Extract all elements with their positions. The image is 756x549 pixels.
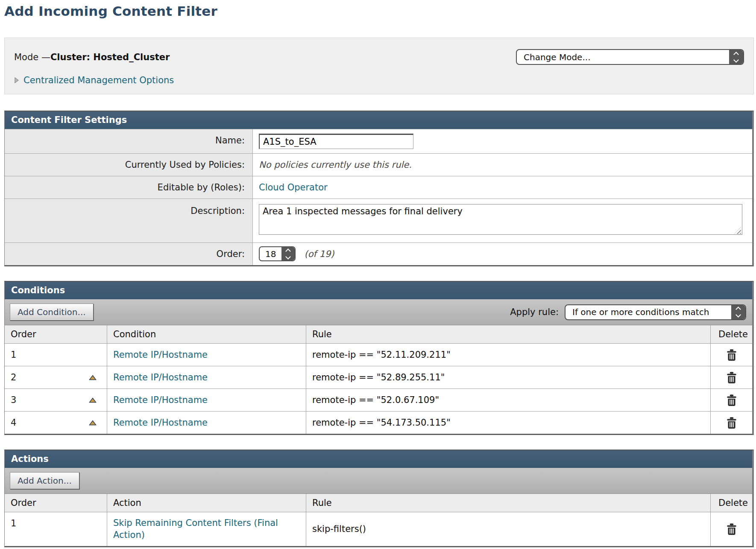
column-header-order: Order (5, 494, 107, 512)
conditions-header-row: Order Condition Rule Delete (5, 325, 752, 343)
select-stepper-icon (281, 247, 295, 260)
change-mode-select-value: Change Mode... (517, 50, 729, 64)
condition-order: 2 (11, 372, 16, 383)
apply-rule-select[interactable]: If one or more conditions match (565, 304, 746, 320)
name-label: Name: (5, 129, 253, 153)
conditions-toolbar: Add Condition... Apply rule: If one or m… (5, 299, 752, 325)
trash-icon (726, 348, 737, 361)
apply-rule-select-value: If one or more conditions match (566, 305, 731, 319)
condition-link[interactable]: Remote IP/Hostname (113, 418, 208, 428)
column-header-action: Action (107, 494, 306, 512)
editable-roles-label: Editable by (Roles): (5, 176, 253, 199)
trash-icon (726, 416, 737, 429)
up-arrow-icon (89, 397, 97, 403)
add-condition-button[interactable]: Add Condition... (10, 304, 94, 321)
actions-header-row: Order Action Rule Delete (5, 494, 752, 512)
page-title: Add Incoming Content Filter (4, 3, 754, 19)
mode-text: Mode —Cluster: Hosted_Cluster (14, 52, 170, 62)
add-action-button[interactable]: Add Action... (10, 472, 79, 489)
select-stepper-icon (729, 50, 743, 64)
mode-label: Mode — (14, 52, 50, 62)
centralized-management-options-link[interactable]: Centralized Management Options (23, 75, 174, 85)
up-arrow-icon (89, 375, 97, 380)
action-rule: skip-filters() (306, 512, 711, 546)
condition-rule: remote-ip == "52.89.255.11" (306, 366, 711, 388)
delete-condition-button[interactable] (726, 348, 737, 361)
select-stepper-icon (731, 305, 745, 319)
trash-icon (726, 371, 737, 384)
conditions-panel-header: Conditions (5, 282, 752, 299)
delete-condition-button[interactable] (726, 416, 737, 429)
mode-panel: Mode —Cluster: Hosted_Cluster Change Mod… (4, 38, 754, 94)
condition-link[interactable]: Remote IP/Hostname (113, 350, 208, 360)
column-header-order: Order (5, 325, 107, 343)
actions-panel-header: Actions (5, 450, 752, 468)
settings-row-order: Order: 18 (of 19) (5, 242, 752, 265)
description-textarea[interactable]: Area 1 inspected messages for final deli… (259, 204, 742, 235)
mode-value: Cluster: Hosted_Cluster (50, 52, 170, 62)
delete-action-button[interactable] (726, 523, 737, 535)
settings-row-policies: Currently Used by Policies: No policies … (5, 153, 752, 176)
delete-condition-button[interactable] (726, 371, 737, 384)
condition-order: 3 (11, 395, 16, 405)
column-header-rule: Rule (306, 325, 711, 343)
conditions-panel: Conditions Add Condition... Apply rule: … (4, 281, 754, 435)
column-header-condition: Condition (107, 325, 306, 343)
actions-toolbar: Add Action... (5, 468, 752, 494)
delete-condition-button[interactable] (726, 394, 737, 406)
condition-row: 4 Remote IP/Hostname remote-ip == "54.17… (5, 411, 752, 434)
content-filter-settings-panel: Content Filter Settings Name: Currently … (4, 111, 754, 266)
up-arrow-icon (89, 420, 97, 426)
action-order: 1 (11, 518, 16, 529)
change-mode-select[interactable]: Change Mode... (516, 49, 744, 65)
policies-label: Currently Used by Policies: (5, 154, 253, 176)
condition-rule: remote-ip == "52.11.209.211" (306, 344, 711, 366)
condition-row: 3 Remote IP/Hostname remote-ip == "52.0.… (5, 388, 752, 411)
settings-row-description: Description: Area 1 inspected messages f… (5, 199, 752, 242)
action-row: 1 Skip Remaining Content Filters (Final … (5, 512, 752, 546)
column-header-rule: Rule (306, 494, 711, 512)
column-header-delete: Delete (711, 325, 752, 343)
action-link[interactable]: Skip Remaining Content Filters (Final Ac… (113, 517, 289, 541)
condition-row: 2 Remote IP/Hostname remote-ip == "52.89… (5, 366, 752, 388)
column-header-delete: Delete (711, 494, 752, 512)
description-label: Description: (5, 199, 253, 242)
trash-icon (726, 394, 737, 406)
actions-panel: Actions Add Action... Order Action Rule … (4, 450, 754, 547)
cloud-operator-link[interactable]: Cloud Operator (259, 182, 328, 193)
settings-row-editable: Editable by (Roles): Cloud Operator (5, 176, 752, 199)
order-select[interactable]: 18 (259, 246, 296, 261)
order-select-value: 18 (260, 247, 281, 260)
order-total-note: (of 19) (304, 249, 334, 259)
policies-value: No policies currently use this rule. (259, 160, 412, 170)
settings-row-name: Name: (5, 129, 752, 153)
condition-rule: remote-ip == "52.0.67.109" (306, 389, 711, 411)
condition-order: 1 (11, 350, 16, 360)
name-input[interactable] (259, 134, 413, 149)
condition-row: 1 Remote IP/Hostname remote-ip == "52.11… (5, 343, 752, 366)
settings-panel-header: Content Filter Settings (5, 111, 752, 129)
condition-link[interactable]: Remote IP/Hostname (113, 395, 208, 405)
condition-rule: remote-ip == "54.173.50.115" (306, 412, 711, 434)
trash-icon (726, 523, 737, 535)
page: Add Incoming Content Filter Mode —Cluste… (4, 3, 754, 549)
order-label: Order: (5, 243, 253, 265)
apply-rule-label: Apply rule: (510, 307, 559, 317)
disclosure-triangle-icon (14, 77, 19, 84)
move-up-button[interactable] (89, 420, 97, 426)
condition-link[interactable]: Remote IP/Hostname (113, 372, 208, 383)
condition-order: 4 (11, 418, 16, 428)
move-up-button[interactable] (89, 375, 97, 380)
move-up-button[interactable] (89, 397, 97, 403)
